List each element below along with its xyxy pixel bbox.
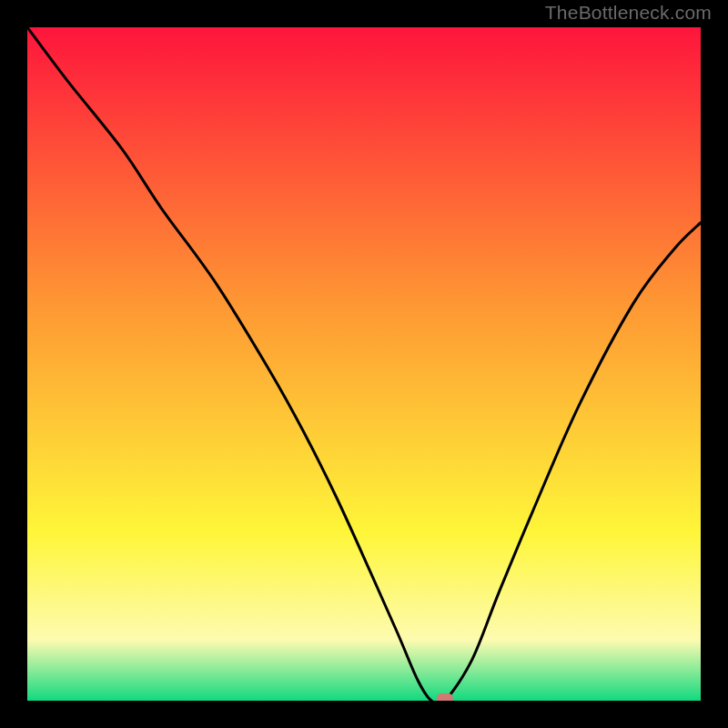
chart-frame: TheBottleneck.com <box>0 0 728 728</box>
chart-svg <box>27 27 701 701</box>
plot-area <box>27 27 701 701</box>
minimum-marker <box>437 693 453 701</box>
watermark-text: TheBottleneck.com <box>545 2 712 24</box>
